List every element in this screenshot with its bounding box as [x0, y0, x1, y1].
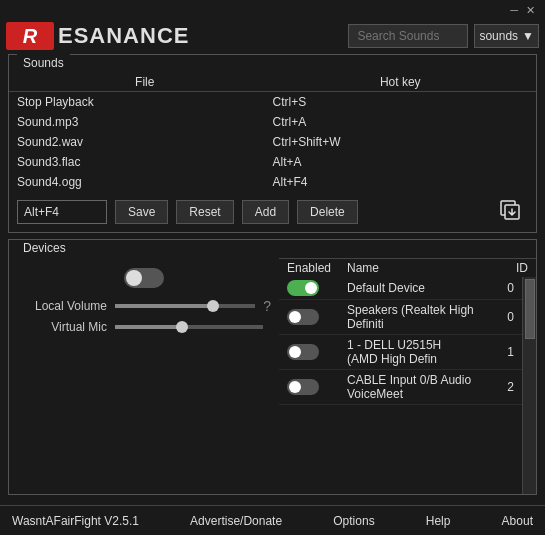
add-button[interactable]: Add	[242, 200, 289, 224]
device-name: 1 - DELL U2515H (AMD High Defin	[347, 338, 474, 366]
delete-button[interactable]: Delete	[297, 200, 358, 224]
table-row[interactable]: Sound4.oggAlt+F4	[9, 172, 536, 192]
footer-help[interactable]: Help	[426, 514, 451, 528]
sounds-section-label: Sounds	[17, 54, 70, 72]
main-content: Sounds File Hot key Stop PlaybackCtrl+SS…	[0, 54, 545, 505]
title-bar: R ESANANCE sounds ▼	[0, 18, 545, 54]
close-button[interactable]: ✕	[522, 2, 539, 18]
toggle-knob	[289, 311, 301, 323]
logo-letter: R	[23, 25, 37, 48]
sound-file-name: Sound3.flac	[17, 155, 273, 169]
footer-options[interactable]: Options	[333, 514, 374, 528]
device-id: 2	[474, 380, 514, 394]
toggle-knob	[289, 346, 301, 358]
sound-hotkey: Alt+A	[273, 155, 529, 169]
device-rows-list: Default Device 0 Speakers (Realtek High …	[279, 277, 522, 494]
device-toggle[interactable]	[287, 379, 319, 395]
sound-hotkey: Ctrl+S	[273, 95, 529, 109]
virtual-mic-row: Virtual Mic	[17, 320, 271, 334]
list-item[interactable]: Default Device 0	[279, 277, 522, 300]
reset-button[interactable]: Reset	[176, 200, 233, 224]
sound-hotkey: Ctrl+Shift+W	[273, 135, 529, 149]
device-list-area: Enabled Name ID Default Device 0 Speaker…	[279, 258, 536, 494]
sound-file-name: Sound4.ogg	[17, 175, 273, 189]
sounds-table-header: File Hot key	[9, 73, 536, 92]
list-item[interactable]: 1 - DELL U2515H (AMD High Defin 1	[279, 335, 522, 370]
device-name: Speakers (Realtek High Definiti	[347, 303, 474, 331]
import-icon-button[interactable]	[494, 194, 526, 226]
toggle-knob	[289, 381, 301, 393]
col-hotkey-header: Hot key	[273, 75, 529, 89]
footer-about[interactable]: About	[502, 514, 533, 528]
minimize-button[interactable]: ─	[506, 2, 522, 18]
playback-toggle[interactable]	[124, 268, 164, 288]
local-volume-slider[interactable]	[115, 304, 255, 308]
device-rows-wrapper: Default Device 0 Speakers (Realtek High …	[279, 277, 536, 494]
footer-version: WasntAFairFight V2.5.1	[12, 514, 139, 528]
app-name: ESANANCE	[58, 23, 189, 49]
list-item[interactable]: CABLE Input 0/B Audio VoiceMeet 2	[279, 370, 522, 405]
devices-controls: Local Volume ? Virtual Mic	[9, 258, 279, 494]
dropdown-value: sounds	[479, 29, 518, 43]
sound-hotkey: Alt+F4	[273, 175, 529, 189]
volume-toggle-row	[17, 264, 271, 288]
footer-advertise[interactable]: Advertise/Donate	[190, 514, 282, 528]
table-row[interactable]: Sound2.wavCtrl+Shift+W	[9, 132, 536, 152]
virtual-mic-label: Virtual Mic	[17, 320, 107, 334]
toggle-knob	[126, 270, 142, 286]
local-volume-row: Local Volume ?	[17, 298, 271, 314]
search-input[interactable]	[348, 24, 468, 48]
sound-hotkey: Ctrl+A	[273, 115, 529, 129]
col-enabled-header: Enabled	[287, 261, 347, 275]
devices-inner: Local Volume ? Virtual Mic	[9, 258, 536, 494]
toggle-knob	[305, 282, 317, 294]
local-volume-label: Local Volume	[17, 299, 107, 313]
device-toggle[interactable]	[287, 344, 319, 360]
chevron-down-icon: ▼	[522, 29, 534, 43]
scrollbar-thumb[interactable]	[525, 279, 535, 339]
devices-section: Devices Local Volume ?	[8, 239, 537, 495]
sounds-dropdown[interactable]: sounds ▼	[474, 24, 539, 48]
sounds-section: Sounds File Hot key Stop PlaybackCtrl+SS…	[8, 54, 537, 233]
sound-file-name: Sound.mp3	[17, 115, 273, 129]
hotkey-input[interactable]	[17, 200, 107, 224]
scrollbar-track[interactable]	[522, 277, 536, 494]
title-bar-right: sounds ▼	[348, 24, 539, 48]
local-volume-thumb[interactable]	[207, 300, 219, 312]
table-row[interactable]: Stop PlaybackCtrl+S	[9, 92, 536, 112]
footer: WasntAFairFight V2.5.1 Advertise/Donate …	[0, 505, 545, 535]
hotkey-bar: Save Reset Add Delete	[9, 192, 536, 232]
device-id: 0	[474, 281, 514, 295]
save-button[interactable]: Save	[115, 200, 168, 224]
logo-area: R ESANANCE	[6, 22, 189, 50]
table-row[interactable]: Sound3.flacAlt+A	[9, 152, 536, 172]
logo-icon: R	[6, 22, 54, 50]
col-name-header: Name	[347, 261, 488, 275]
device-id: 1	[474, 345, 514, 359]
sound-file-name: Stop Playback	[17, 95, 273, 109]
sound-file-name: Sound2.wav	[17, 135, 273, 149]
local-volume-help-icon[interactable]: ?	[263, 298, 271, 314]
devices-table-header: Enabled Name ID	[279, 258, 536, 277]
list-item[interactable]: Speakers (Realtek High Definiti 0	[279, 300, 522, 335]
devices-section-label: Devices	[17, 239, 536, 257]
col-file-header: File	[17, 75, 273, 89]
virtual-mic-slider[interactable]	[115, 325, 263, 329]
sounds-list: Stop PlaybackCtrl+SSound.mp3Ctrl+ASound2…	[9, 92, 536, 192]
device-toggle[interactable]	[287, 280, 319, 296]
device-id: 0	[474, 310, 514, 324]
col-id-header: ID	[488, 261, 528, 275]
device-toggle[interactable]	[287, 309, 319, 325]
table-row[interactable]: Sound.mp3Ctrl+A	[9, 112, 536, 132]
device-name: Default Device	[347, 281, 474, 295]
virtual-mic-thumb[interactable]	[176, 321, 188, 333]
device-name: CABLE Input 0/B Audio VoiceMeet	[347, 373, 474, 401]
